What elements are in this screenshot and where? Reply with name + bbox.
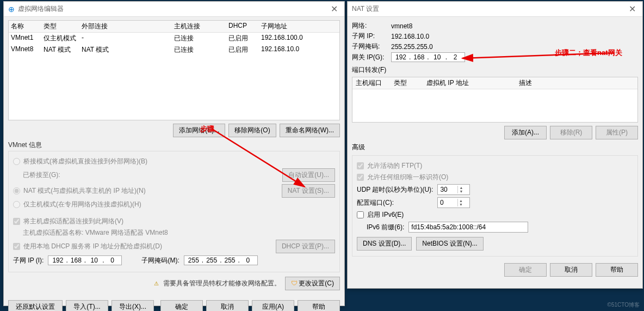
subnet-ip-input[interactable]: 192. 168. 10. 0 bbox=[48, 255, 122, 265]
help-button[interactable]: 帮助 bbox=[298, 300, 340, 311]
ok-button[interactable]: 确定 bbox=[160, 300, 203, 311]
col-host: 主机连接 bbox=[174, 22, 228, 31]
netbios-settings-button[interactable]: NetBIOS 设置(N)... bbox=[416, 237, 483, 251]
watermark: ©51CTO博客 bbox=[608, 301, 640, 309]
network-label: 网络: bbox=[352, 21, 391, 31]
table-row[interactable]: VMnet8 NAT 模式 NAT 模式 已连接 已启用 192.168.10.… bbox=[9, 44, 339, 56]
col-vm-ip: 虚拟机 IP 地址 bbox=[426, 78, 519, 88]
subnet-mask-label: 子网掩码: bbox=[352, 42, 391, 51]
port-forward-label: 端口转发(F) bbox=[352, 65, 638, 75]
pf-properties-button: 属性(P) bbox=[596, 126, 638, 139]
subnet-ip-label: 子网 IP (I): bbox=[13, 256, 44, 265]
network-table[interactable]: 名称 类型 外部连接 主机连接 DHCP 子网地址 VMnet1 仅主机模式 -… bbox=[8, 20, 340, 120]
dialog-title: 虚拟网络编辑器 bbox=[18, 4, 329, 14]
cancel-button[interactable]: 取消 bbox=[206, 300, 249, 311]
spinner-icon[interactable]: ▲▼ bbox=[457, 199, 464, 206]
auto-settings-button: 自动设置(U)... bbox=[282, 168, 335, 182]
subnet-mask-label: 子网掩码(M): bbox=[141, 256, 179, 265]
help-button[interactable]: 帮助 bbox=[596, 263, 638, 277]
col-host-port: 主机端口 bbox=[356, 78, 394, 88]
shield-icon: 🛡 bbox=[291, 279, 298, 287]
config-port-input[interactable]: ▲▼ bbox=[437, 197, 470, 208]
col-desc: 描述 bbox=[519, 78, 584, 88]
dhcp-checkbox-label: 使用本地 DHCP 服务将 IP 地址分配给虚拟机(D) bbox=[23, 242, 162, 251]
nat-settings-dialog: NAT 设置 ✕ 网络:vmnet8 子网 IP:192.168.10.0 子网… bbox=[347, 1, 643, 289]
host-adapter-checkbox bbox=[13, 218, 20, 225]
col-type: 类型 bbox=[394, 78, 426, 88]
table-header: 名称 类型 外部连接 主机连接 DHCP 子网地址 bbox=[9, 21, 339, 33]
apply-button[interactable]: 应用(A) bbox=[252, 300, 294, 311]
col-name: 名称 bbox=[11, 22, 44, 31]
vmnet-info-label: VMnet 信息 bbox=[8, 141, 340, 150]
udp-timeout-label: UDP 超时(以秒为单位)(U): bbox=[357, 185, 433, 194]
gateway-ip-input[interactable]: 192. 168. 10. 2 bbox=[391, 52, 465, 62]
hostonly-radio-label: 仅主机模式(在专用网络内连接虚拟机)(H) bbox=[23, 200, 141, 209]
allow-ftp-checkbox bbox=[357, 162, 364, 169]
table-header: 主机端口 类型 虚拟机 IP 地址 描述 bbox=[352, 77, 637, 89]
pf-remove-button: 移除(R) bbox=[550, 126, 592, 139]
subnet-mask-value: 255.255.255.0 bbox=[391, 43, 433, 51]
subnet-ip-value: 192.168.10.0 bbox=[391, 33, 429, 40]
allow-oui-checkbox bbox=[357, 174, 364, 181]
host-adapter-checkbox-label: 将主机虚拟适配器连接到此网络(V) bbox=[23, 217, 123, 226]
enable-ipv6-checkbox[interactable] bbox=[357, 211, 364, 218]
add-network-button[interactable]: 添加网络(E)... bbox=[173, 124, 225, 137]
nat-radio-label: NAT 模式(与虚拟机共享主机的 IP 地址)(N) bbox=[23, 186, 146, 196]
rename-network-button[interactable]: 重命名网络(W)... bbox=[280, 124, 340, 137]
hostonly-radio bbox=[13, 201, 20, 208]
col-type: 类型 bbox=[44, 22, 82, 31]
ipv6-prefix-label: IPv6 前缀(6): bbox=[367, 223, 404, 232]
dns-settings-button[interactable]: DNS 设置(D)... bbox=[357, 237, 412, 251]
col-dhcp: DHCP bbox=[228, 22, 261, 31]
host-adapter-name: 主机虚拟适配器名称: VMware 网络适配器 VMnet8 bbox=[13, 228, 335, 237]
export-button[interactable]: 导出(X)... bbox=[112, 300, 154, 311]
table-row[interactable]: VMnet1 仅主机模式 - 已连接 已启用 192.168.100.0 bbox=[9, 33, 339, 44]
close-icon[interactable]: ✕ bbox=[627, 4, 638, 14]
import-button[interactable]: 导入(T)... bbox=[66, 300, 108, 311]
cancel-button[interactable]: 取消 bbox=[550, 263, 592, 277]
remove-network-button[interactable]: 移除网络(O) bbox=[228, 124, 276, 137]
gateway-ip-label: 网关 IP(G): bbox=[352, 53, 391, 62]
network-value: vmnet8 bbox=[391, 22, 412, 30]
dhcp-checkbox bbox=[13, 243, 20, 250]
allow-ftp-label: 允许活动的 FTP(T) bbox=[367, 161, 422, 170]
app-icon: ⊕ bbox=[8, 5, 15, 14]
virtual-network-editor-dialog: ⊕ 虚拟网络编辑器 ✕ 名称 类型 外部连接 主机连接 DHCP 子网地址 VM… bbox=[3, 1, 345, 306]
allow-oui-label: 允许任何组织唯一标识符(O) bbox=[367, 173, 448, 182]
ipv6-prefix-input[interactable] bbox=[408, 222, 528, 233]
titlebar: ⊕ 虚拟网络编辑器 ✕ bbox=[4, 2, 344, 17]
udp-timeout-input[interactable]: ▲▼ bbox=[437, 184, 470, 195]
subnet-mask-input[interactable]: 255. 255. 255. 0 bbox=[184, 255, 258, 265]
dhcp-settings-button[interactable]: DHCP 设置(P)... bbox=[276, 240, 335, 253]
enable-ipv6-label: 启用 IPv6(E) bbox=[367, 210, 404, 219]
col-subnet: 子网地址 bbox=[261, 22, 337, 31]
bridge-radio-label: 桥接模式(将虚拟机直接连接到外部网络)(B) bbox=[23, 157, 147, 166]
restore-defaults-button[interactable]: 还原默认设置(R) bbox=[8, 300, 63, 311]
config-port-label: 配置端口(C): bbox=[357, 198, 394, 208]
warning-text: 需要具备管理员特权才能修改网络配置。 bbox=[163, 279, 281, 288]
close-icon[interactable]: ✕ bbox=[329, 4, 340, 14]
pf-add-button[interactable]: 添加(A)... bbox=[504, 126, 547, 139]
titlebar: NAT 设置 ✕ bbox=[348, 2, 642, 17]
vmnet-info-group: 桥接模式(将虚拟机直接连接到外部网络)(B) 已桥接至(G): 自动设置(U).… bbox=[8, 151, 340, 272]
nat-radio bbox=[13, 187, 20, 194]
advanced-label: 高级 bbox=[352, 143, 638, 152]
bridge-radio bbox=[13, 158, 20, 165]
nat-settings-button[interactable]: NAT 设置(S)... bbox=[282, 184, 335, 198]
advanced-group: 允许活动的 FTP(T) 允许任何组织唯一标识符(O) UDP 超时(以秒为单位… bbox=[352, 155, 638, 257]
subnet-ip-label: 子网 IP: bbox=[352, 32, 391, 41]
dialog-title: NAT 设置 bbox=[352, 4, 627, 14]
col-ext: 外部连接 bbox=[82, 22, 174, 31]
change-settings-button[interactable]: 🛡更改设置(C) bbox=[285, 277, 340, 290]
spinner-icon[interactable]: ▲▼ bbox=[457, 186, 464, 193]
port-forward-table[interactable]: 主机端口 类型 虚拟机 IP 地址 描述 bbox=[352, 77, 638, 123]
bridge-to-label: 已桥接至(G): bbox=[23, 170, 60, 180]
ok-button: 确定 bbox=[504, 263, 547, 277]
warning-icon: ⚠ bbox=[154, 280, 159, 286]
